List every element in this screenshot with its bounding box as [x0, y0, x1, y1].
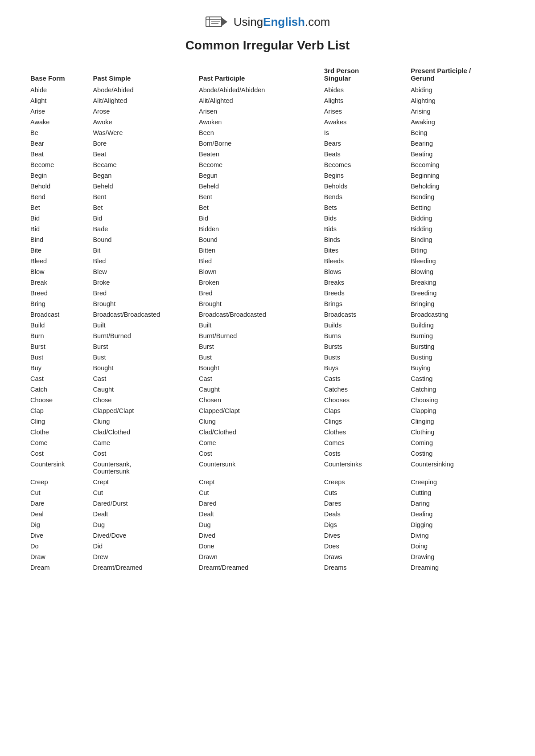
table-cell: Casts [321, 373, 407, 384]
table-cell: Breed [27, 288, 89, 298]
table-cell: Abide [27, 85, 89, 95]
table-cell: Cut [195, 487, 321, 498]
table-cell: Became [89, 159, 195, 170]
table-cell: Countersinking [407, 459, 508, 477]
table-cell: Daring [407, 498, 508, 509]
table-cell: Brought [195, 298, 321, 309]
table-cell: Bidden [195, 224, 321, 234]
table-row: DreamDreamt/DreamedDreamt/DreamedDreamsD… [27, 562, 508, 573]
table-cell: Beaten [195, 149, 321, 159]
table-row: CountersinkCountersank,CountersunkCounte… [27, 459, 508, 477]
table-row: ClapClapped/ClaptClapped/ClaptClapsClapp… [27, 405, 508, 416]
table-cell: Bust [195, 352, 321, 363]
table-cell: Dive [27, 530, 89, 541]
table-cell: Bending [407, 192, 508, 202]
table-cell: Creeping [407, 477, 508, 487]
table-cell: Dug [195, 519, 321, 530]
table-cell: Become [27, 159, 89, 170]
table-cell: Bids [321, 224, 407, 234]
table-cell: Countersank,Countersunk [89, 459, 195, 477]
table-row: AbideAbode/AbidedAbode/Abided/AbiddenAbi… [27, 85, 508, 95]
table-cell: Awakes [321, 117, 407, 127]
table-cell: Cost [89, 448, 195, 459]
table-cell: Clap [27, 405, 89, 416]
table-cell: Burning [407, 331, 508, 341]
table-cell: Cutting [407, 487, 508, 498]
table-cell: Blows [321, 266, 407, 277]
table-cell: Bleeds [321, 256, 407, 266]
table-row: CatchCaughtCaughtCatchesCatching [27, 384, 508, 395]
table-cell: Bursting [407, 341, 508, 352]
table-cell: Countersinks [321, 459, 407, 477]
table-row: DareDared/DurstDaredDaresDaring [27, 498, 508, 509]
verb-table: Base Form Past Simple Past Participle 3r… [27, 65, 508, 573]
table-cell: Caught [89, 384, 195, 395]
table-cell: Blown [195, 266, 321, 277]
table-cell: Dared/Durst [89, 498, 195, 509]
table-cell: Brings [321, 298, 407, 309]
table-cell: Been [195, 127, 321, 138]
table-cell: Draws [321, 552, 407, 562]
table-cell: Build [27, 320, 89, 331]
table-cell: Chooses [321, 395, 407, 405]
table-cell: Crept [89, 477, 195, 487]
table-cell: Awake [27, 117, 89, 127]
table-cell: Beheld [195, 181, 321, 192]
col-header-3rd: 3rd Person Singular [321, 65, 407, 85]
table-cell: Built [89, 320, 195, 331]
table-cell: Dived/Dove [89, 530, 195, 541]
table-cell: Broadcast/Broadcasted [195, 309, 321, 320]
table-row: ClingClungClungClingsClinging [27, 416, 508, 427]
table-cell: Bids [321, 213, 407, 224]
table-cell: Drawn [195, 552, 321, 562]
table-cell: Broke [89, 277, 195, 288]
table-row: BecomeBecameBecomeBecomesBecoming [27, 159, 508, 170]
table-cell: Bred [89, 288, 195, 298]
table-cell: Bleed [27, 256, 89, 266]
table-cell: Drew [89, 552, 195, 562]
table-cell: Bleeding [407, 256, 508, 266]
table-cell: Bent [195, 192, 321, 202]
table-cell: Breaks [321, 277, 407, 288]
table-cell: Breaking [407, 277, 508, 288]
table-cell: Awoken [195, 117, 321, 127]
table-row: BringBroughtBroughtBringsBringing [27, 298, 508, 309]
table-row: BearBoreBorn/BorneBearsBearing [27, 138, 508, 149]
table-cell: Clothe [27, 427, 89, 437]
table-cell: Burnt/Burned [195, 331, 321, 341]
table-cell: Catching [407, 384, 508, 395]
table-cell: Comes [321, 437, 407, 448]
table-cell: Bears [321, 138, 407, 149]
table-cell: Arisen [195, 106, 321, 117]
table-cell: Abode/Abided/Abidden [195, 85, 321, 95]
table-cell: Clinging [407, 416, 508, 427]
table-cell: Bound [89, 234, 195, 245]
table-cell: Broadcast/Broadcasted [89, 309, 195, 320]
table-cell: Beginning [407, 170, 508, 181]
table-row: DigDugDugDigsDigging [27, 519, 508, 530]
table-cell: Draw [27, 552, 89, 562]
table-row: BroadcastBroadcast/BroadcastedBroadcast/… [27, 309, 508, 320]
table-cell: Broadcast [27, 309, 89, 320]
table-row: AlightAlit/AlightedAlit/AlightedAlightsA… [27, 95, 508, 106]
table-cell: Caught [195, 384, 321, 395]
table-cell: Clung [195, 416, 321, 427]
table-row: BiteBitBittenBitesBiting [27, 245, 508, 256]
table-cell: Arising [407, 106, 508, 117]
table-cell: Blew [89, 266, 195, 277]
table-cell: Built [195, 320, 321, 331]
table-cell: Biting [407, 245, 508, 256]
table-cell: Beating [407, 149, 508, 159]
table-cell: Deals [321, 509, 407, 519]
table-cell: Clings [321, 416, 407, 427]
table-cell: Arises [321, 106, 407, 117]
table-cell: Alit/Alighted [89, 95, 195, 106]
table-cell: Burn [27, 331, 89, 341]
table-cell: Dug [89, 519, 195, 530]
table-cell: Bends [321, 192, 407, 202]
table-cell: Bidding [407, 224, 508, 234]
col-header-base: Base Form [27, 65, 89, 85]
table-row: BindBoundBoundBindsBinding [27, 234, 508, 245]
table-cell: Clothes [321, 427, 407, 437]
site-name-highlight: English [263, 15, 305, 29]
